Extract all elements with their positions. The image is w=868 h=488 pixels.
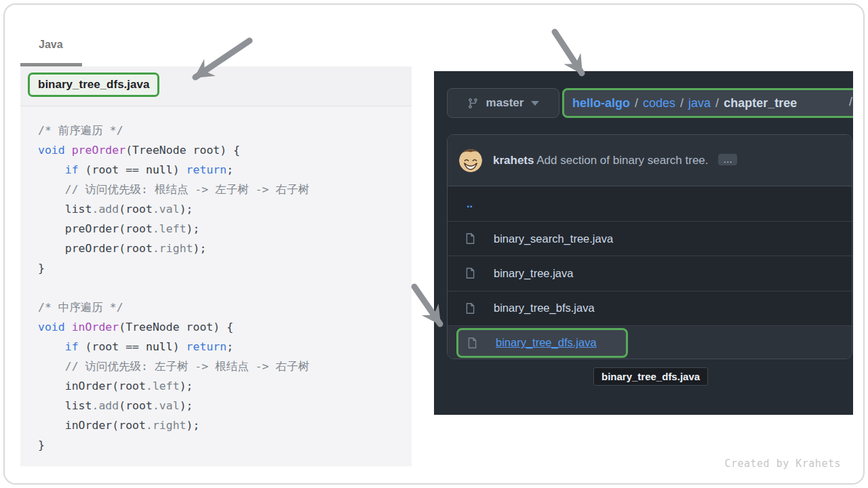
code-line: list.add(root.val); [38, 199, 406, 219]
file-row[interactable]: .. [448, 186, 852, 221]
file-highlight-box: binary_tree_dfs.java [456, 328, 628, 358]
commit-author[interactable]: krahets [493, 154, 534, 167]
file-icon [465, 266, 476, 280]
breadcrumb-separator: / [680, 96, 684, 110]
code-line: void inOrder(TreeNode root) { [38, 317, 406, 337]
code-line: // 访问优先级: 根结点 -> 左子树 -> 右子树 [38, 180, 406, 199]
code-line [38, 278, 406, 298]
breadcrumb-separator: / [635, 96, 638, 110]
file-link[interactable]: binary_tree_bfs.java [494, 302, 595, 314]
commit-text: krahets Add section of binary search tre… [493, 154, 737, 167]
file-link[interactable]: binary_search_tree.java [494, 232, 613, 245]
code-line: void preOrder(TreeNode root) { [38, 140, 406, 160]
code-line: // 访问优先级: 左子树 -> 根结点 -> 右子树 [38, 357, 406, 376]
breadcrumb-trailing-slash: / [849, 95, 852, 109]
code-line: inOrder(root.left); [38, 376, 406, 396]
code-line: preOrder(root.right); [38, 239, 406, 258]
code-line: if (root == null) return; [38, 160, 406, 180]
filename-tooltip: binary_tree_dfs.java [593, 367, 708, 386]
file-row[interactable]: binary_tree_dfs.java [448, 325, 852, 359]
code-filename: binary_tree_dfs.java [38, 78, 149, 91]
code-block: /* 前序遍历 */void preOrder(TreeNode root) {… [20, 106, 412, 455]
code-line: if (root == null) return; [38, 337, 406, 357]
tab-java[interactable]: Java [39, 39, 63, 51]
code-line: } [38, 435, 406, 455]
branch-selector-button[interactable]: master [447, 88, 559, 118]
file-icon [465, 232, 476, 245]
branch-name: master [486, 96, 524, 110]
code-line: /* 中序遍历 */ [38, 298, 406, 317]
filename-highlight-box: binary_tree_dfs.java [28, 73, 159, 97]
breadcrumb: hello-algo/codes/java/chapter_tree [572, 96, 797, 110]
commit-message[interactable]: Add section of binary search tree. [536, 154, 708, 167]
file-icon [467, 336, 478, 350]
file-icon [465, 302, 476, 315]
commit-expand-button[interactable]: … [718, 154, 737, 165]
code-line: /* 前序遍历 */ [38, 121, 406, 140]
breadcrumb-highlight-box: hello-algo/codes/java/chapter_tree [562, 88, 853, 118]
credit-text: Created by Krahets [724, 458, 841, 470]
file-list-container: krahets Add section of binary search tre… [447, 134, 852, 359]
code-line: preOrder(root.left); [38, 219, 406, 239]
breadcrumb-segment-java[interactable]: java [688, 96, 711, 110]
commit-header: krahets Add section of binary search tre… [448, 135, 852, 186]
avatar[interactable] [459, 149, 482, 172]
parent-directory-link[interactable]: .. [467, 197, 473, 210]
file-row[interactable]: binary_tree.java [448, 256, 852, 290]
file-list: ..binary_search_tree.javabinary_tree.jav… [448, 186, 852, 359]
code-panel: binary_tree_dfs.java /* 前序遍历 */void preO… [20, 66, 412, 466]
file-row[interactable]: binary_tree_bfs.java [448, 291, 852, 325]
chevron-down-icon [531, 101, 539, 106]
file-link[interactable]: binary_tree.java [494, 267, 573, 280]
git-branch-icon [467, 98, 479, 109]
breadcrumb-separator: / [715, 96, 719, 110]
file-link[interactable]: binary_tree_dfs.java [496, 336, 597, 349]
repo-browser-panel: master hello-algo/codes/java/chapter_tre… [434, 71, 853, 415]
code-line: list.add(root.val); [38, 396, 406, 415]
code-line: } [38, 258, 406, 278]
code-panel-header: binary_tree_dfs.java [20, 66, 412, 106]
breadcrumb-segment-chapter_tree: chapter_tree [724, 96, 797, 110]
file-row[interactable]: binary_search_tree.java [448, 221, 852, 256]
breadcrumb-segment-codes[interactable]: codes [643, 96, 675, 110]
breadcrumb-segment-hello-algo[interactable]: hello-algo [572, 96, 630, 110]
code-line: inOrder(root.right); [38, 415, 406, 435]
